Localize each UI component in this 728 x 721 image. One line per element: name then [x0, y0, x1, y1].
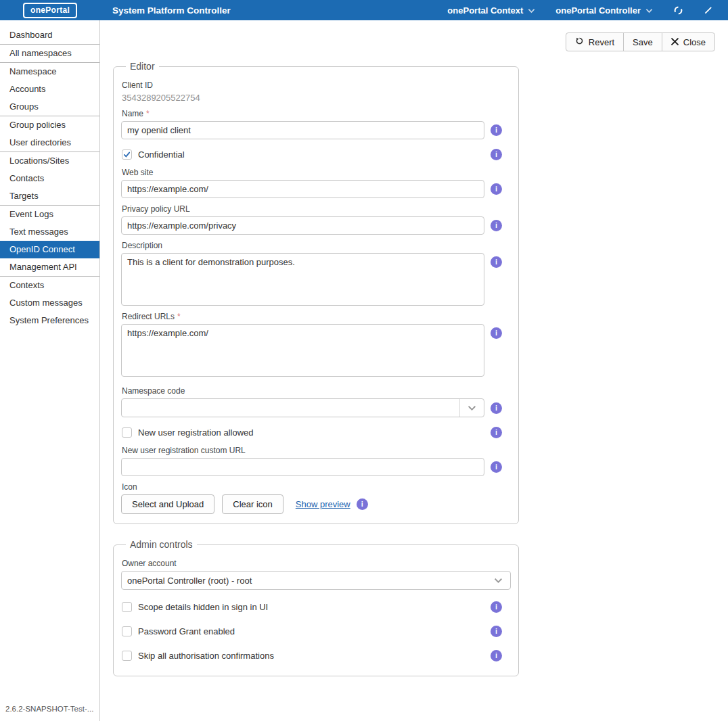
info-icon[interactable]: i: [491, 626, 502, 637]
info-icon[interactable]: i: [491, 327, 502, 339]
new-user-registration-url-input[interactable]: [121, 458, 484, 476]
edit-pencil-icon[interactable]: [704, 5, 713, 15]
topbar: onePortal System Platform Controller one…: [0, 0, 728, 20]
info-icon[interactable]: i: [491, 461, 502, 473]
redirect-urls-textarea[interactable]: https://example.com/: [121, 324, 484, 377]
select-and-upload-button[interactable]: Select and Upload: [121, 494, 214, 514]
sidebar-item-accounts[interactable]: Accounts: [0, 80, 99, 98]
toolbar-button-group: Revert Save Close: [566, 32, 715, 51]
show-preview-link[interactable]: Show preview: [296, 499, 350, 509]
admin-controls-legend: Admin controls: [126, 539, 197, 550]
scope-details-hidden-checkbox[interactable]: [122, 602, 132, 612]
website-input[interactable]: [121, 180, 484, 198]
namespace-code-select[interactable]: [121, 398, 484, 417]
editor-legend: Editor: [126, 61, 159, 72]
app-title: System Platform Controller: [112, 5, 231, 16]
redirect-urls-label: Redirect URLs: [122, 312, 175, 321]
new-user-registration-label: New user registration allowed: [138, 427, 254, 438]
new-user-registration-checkbox[interactable]: [122, 427, 132, 438]
oneportal-logo[interactable]: onePortal: [23, 3, 77, 18]
info-icon[interactable]: i: [491, 220, 502, 231]
sidebar-item-contacts[interactable]: Contacts: [0, 170, 99, 187]
refresh-icon[interactable]: [673, 5, 683, 16]
description-label: Description: [122, 241, 511, 250]
sidebar-nav: DashboardAll namespacesNamespaceAccounts…: [0, 20, 99, 705]
info-icon[interactable]: i: [491, 124, 502, 136]
sidebar-item-group-policies[interactable]: Group policies: [0, 116, 99, 134]
sidebar-item-dashboard[interactable]: Dashboard: [0, 26, 99, 44]
new-user-registration-url-label: New user registration custom URL: [122, 446, 511, 455]
chevron-down-icon: [528, 5, 535, 16]
sidebar-item-text-messages[interactable]: Text messages: [0, 223, 99, 241]
description-textarea[interactable]: This is a client for demonstration purpo…: [121, 253, 484, 306]
scope-details-hidden-label: Scope details hidden in sign in UI: [138, 602, 268, 612]
oneportal-logo-label: onePortal: [30, 5, 70, 15]
context-dropdown-label: onePortal Context: [447, 5, 523, 16]
namespace-code-value: [122, 399, 459, 417]
revert-button-label: Revert: [589, 37, 614, 47]
info-icon[interactable]: i: [357, 498, 368, 510]
save-button-label: Save: [633, 37, 653, 47]
admin-controls-panel: Admin controls Owner account onePortal C…: [113, 539, 519, 676]
controller-dropdown-label: onePortal Controller: [555, 5, 641, 16]
info-icon[interactable]: i: [491, 402, 502, 414]
confidential-checkbox[interactable]: [122, 149, 132, 160]
controller-dropdown[interactable]: onePortal Controller: [555, 5, 653, 16]
sidebar-item-system-preferences[interactable]: System Preferences: [0, 312, 99, 329]
sidebar-item-namespace[interactable]: Namespace: [0, 63, 99, 80]
required-asterisk: *: [146, 109, 150, 118]
info-icon[interactable]: i: [491, 149, 502, 160]
sidebar-item-user-directories[interactable]: User directories: [0, 134, 99, 152]
owner-account-label: Owner account: [122, 559, 511, 568]
clear-icon-button[interactable]: Clear icon: [222, 494, 283, 514]
password-grant-checkbox[interactable]: [122, 626, 132, 636]
icon-label: Icon: [122, 482, 511, 492]
confidential-label: Confidential: [138, 149, 185, 160]
sidebar-item-locations-sites[interactable]: Locations/Sites: [0, 152, 99, 170]
website-label: Web site: [122, 168, 511, 177]
close-button-label: Close: [683, 37, 706, 47]
owner-account-select[interactable]: onePortal Controller (root) - root: [121, 571, 511, 590]
client-id-label: Client ID: [122, 80, 511, 90]
info-icon[interactable]: i: [491, 183, 502, 195]
sidebar-item-event-logs[interactable]: Event Logs: [0, 206, 99, 223]
context-dropdown[interactable]: onePortal Context: [447, 5, 535, 16]
skip-authorisation-label: Skip all authorisation confirmations: [138, 651, 274, 661]
required-asterisk: *: [177, 312, 181, 321]
skip-authorisation-checkbox[interactable]: [122, 651, 132, 661]
close-button[interactable]: Close: [662, 32, 715, 51]
main-content: Revert Save Close Editor Client ID 35432…: [100, 20, 728, 721]
chevron-down-icon: [645, 5, 653, 16]
info-icon[interactable]: i: [491, 601, 502, 613]
sidebar-item-targets[interactable]: Targets: [0, 187, 99, 205]
close-icon: [671, 37, 679, 47]
chevron-down-icon: [459, 399, 484, 417]
sidebar: DashboardAll namespacesNamespaceAccounts…: [0, 20, 100, 721]
chevron-down-icon: [486, 572, 510, 589]
toolbar: Revert Save Close: [100, 20, 728, 51]
owner-account-value: onePortal Controller (root) - root: [122, 572, 486, 589]
password-grant-label: Password Grant enabled: [138, 626, 235, 636]
privacy-policy-input[interactable]: [121, 216, 484, 235]
sidebar-item-contexts[interactable]: Contexts: [0, 277, 99, 294]
sidebar-item-groups[interactable]: Groups: [0, 98, 99, 116]
info-icon[interactable]: i: [491, 256, 502, 268]
sidebar-item-openid-connect[interactable]: OpenID Connect: [0, 241, 99, 258]
info-icon[interactable]: i: [491, 650, 502, 661]
editor-panel: Editor Client ID 3543289205522754 Name *…: [113, 61, 519, 524]
sidebar-item-management-api[interactable]: Management API: [0, 258, 99, 276]
version-label: 2.6.2-SNAPSHOT-Test-...: [0, 705, 99, 721]
topbar-actions: onePortal Context onePortal Controller: [447, 5, 728, 16]
save-button[interactable]: Save: [623, 32, 662, 51]
revert-icon: [575, 37, 584, 47]
namespace-code-label: Namespace code: [122, 386, 511, 396]
revert-button[interactable]: Revert: [566, 32, 624, 51]
privacy-policy-label: Privacy policy URL: [122, 204, 511, 214]
sidebar-item-custom-messages[interactable]: Custom messages: [0, 294, 99, 312]
info-icon[interactable]: i: [491, 427, 502, 438]
sidebar-item-all-namespaces[interactable]: All namespaces: [0, 45, 99, 62]
name-label: Name: [122, 109, 143, 118]
client-id-value: 3543289205522754: [122, 93, 511, 103]
name-input[interactable]: [121, 121, 484, 139]
